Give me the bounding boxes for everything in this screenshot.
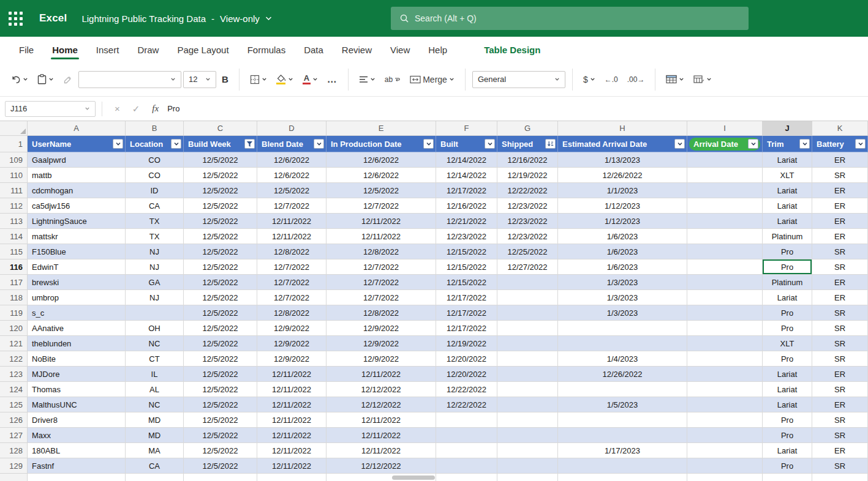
cell-B120[interactable]: OH <box>126 321 184 336</box>
cell-C114[interactable]: 12/5/2022 <box>184 229 257 244</box>
cell-I114[interactable] <box>687 229 763 244</box>
filter-applied-button-build-week[interactable] <box>244 139 255 149</box>
row-header-113[interactable]: 113 <box>0 214 28 229</box>
wrap-text-button[interactable]: ab <box>381 70 404 89</box>
cell-H115[interactable]: 1/6/2023 <box>558 244 687 259</box>
column-header-I[interactable]: I <box>687 121 763 136</box>
cell-G116[interactable]: 12/27/2022 <box>497 259 558 275</box>
cell-G112[interactable]: 12/23/2022 <box>497 198 558 214</box>
cell-F126[interactable] <box>436 412 497 428</box>
cell-A109[interactable]: Gaalpwrd <box>28 152 126 168</box>
cell-B122[interactable]: CT <box>126 351 184 367</box>
row-header-119[interactable]: 119 <box>0 305 28 321</box>
cell-E125[interactable]: 12/12/2022 <box>326 397 436 412</box>
table-header-in-production-date[interactable]: In Production Date <box>326 136 436 152</box>
cell-C124[interactable]: 12/5/2022 <box>184 382 257 397</box>
cell-F116[interactable]: 12/15/2022 <box>436 259 497 275</box>
paste-button[interactable] <box>34 70 58 89</box>
cell-D129[interactable]: 12/11/2022 <box>257 458 326 474</box>
cell-E129[interactable]: 12/12/2022 <box>326 458 436 474</box>
document-title[interactable]: Lightning Public Tracking Data <box>81 13 206 24</box>
cell-G128[interactable] <box>497 443 558 458</box>
filter-dropdown-button-built[interactable] <box>485 139 495 149</box>
cell-I118[interactable] <box>687 290 763 305</box>
cell-D123[interactable]: 12/11/2022 <box>257 367 326 382</box>
cell-G111[interactable]: 12/22/2022 <box>497 183 558 198</box>
row-header-123[interactable]: 123 <box>0 367 28 382</box>
cell-J129[interactable]: Pro <box>763 458 812 474</box>
cell-C126[interactable]: 12/5/2022 <box>184 412 257 428</box>
cell-J-partial[interactable] <box>763 474 812 481</box>
table-header-username[interactable]: UserName <box>28 136 126 152</box>
cell-J114[interactable]: Platinum <box>763 229 812 244</box>
cell-J118[interactable]: Lariat <box>763 290 812 305</box>
cell-F111[interactable]: 12/17/2022 <box>436 183 497 198</box>
tab-insert[interactable]: Insert <box>87 37 129 62</box>
cell-J126[interactable]: Pro <box>763 412 812 428</box>
cell-D117[interactable]: 12/7/2022 <box>257 275 326 290</box>
row-header-121[interactable]: 121 <box>0 336 28 351</box>
cell-H123[interactable]: 12/26/2022 <box>558 367 687 382</box>
row-header-115[interactable]: 115 <box>0 244 28 259</box>
cell-G109[interactable]: 12/16/2022 <box>497 152 558 168</box>
cell-J119[interactable]: Pro <box>763 305 812 321</box>
cell-D125[interactable]: 12/11/2022 <box>257 397 326 412</box>
cell-F120[interactable]: 12/17/2022 <box>436 321 497 336</box>
cell-I112[interactable] <box>687 198 763 214</box>
cell-I109[interactable] <box>687 152 763 168</box>
cell-D113[interactable]: 12/11/2022 <box>257 214 326 229</box>
cell-K109[interactable]: ER <box>812 152 868 168</box>
table-header-battery[interactable]: Battery <box>812 136 868 152</box>
row-header-118[interactable]: 118 <box>0 290 28 305</box>
cell-B111[interactable]: ID <box>126 183 184 198</box>
font-color-button[interactable]: A <box>299 70 322 89</box>
table-header-shipped[interactable]: Shipped <box>497 136 558 152</box>
column-header-J[interactable]: J <box>763 121 812 136</box>
cell-A125[interactable]: MalthusUNC <box>28 397 126 412</box>
cell-B124[interactable]: AL <box>126 382 184 397</box>
cell-C-partial[interactable] <box>184 474 257 481</box>
cell-A-partial[interactable] <box>28 474 126 481</box>
cell-D121[interactable]: 12/9/2022 <box>257 336 326 351</box>
view-mode-label[interactable]: View-only <box>220 13 260 24</box>
app-launcher-icon[interactable] <box>0 0 31 37</box>
cell-I126[interactable] <box>687 412 763 428</box>
row-header-120[interactable]: 120 <box>0 321 28 336</box>
cell-F119[interactable]: 12/17/2022 <box>436 305 497 321</box>
filter-dropdown-button-trim[interactable] <box>799 139 810 149</box>
cell-B-partial[interactable] <box>126 474 184 481</box>
cell-J112[interactable]: Lariat <box>763 198 812 214</box>
cell-B113[interactable]: TX <box>126 214 184 229</box>
cell-B119[interactable] <box>126 305 184 321</box>
cell-C117[interactable]: 12/5/2022 <box>184 275 257 290</box>
cell-D128[interactable]: 12/11/2022 <box>257 443 326 458</box>
cell-F124[interactable]: 12/22/2022 <box>436 382 497 397</box>
cell-J117[interactable]: Platinum <box>763 275 812 290</box>
row-header-1[interactable]: 1 <box>0 136 28 152</box>
cell-J110[interactable]: XLT <box>763 168 812 183</box>
cell-D120[interactable]: 12/9/2022 <box>257 321 326 336</box>
cell-B125[interactable]: NC <box>126 397 184 412</box>
cell-H-partial[interactable] <box>558 474 687 481</box>
cell-H126[interactable] <box>558 412 687 428</box>
cell-G118[interactable] <box>497 290 558 305</box>
cell-H129[interactable] <box>558 458 687 474</box>
cell-K117[interactable]: ER <box>812 275 868 290</box>
cell-A114[interactable]: mattskr <box>28 229 126 244</box>
cell-J120[interactable]: Pro <box>763 321 812 336</box>
row-header-129[interactable]: 129 <box>0 458 28 474</box>
cell-B129[interactable]: CA <box>126 458 184 474</box>
cell-J111[interactable]: Lariat <box>763 183 812 198</box>
row-header-116[interactable]: 116 <box>0 259 28 275</box>
formula-content[interactable]: Pro <box>167 104 179 113</box>
cell-F-partial[interactable] <box>436 474 497 481</box>
cell-A129[interactable]: Fastnf <box>28 458 126 474</box>
cell-I119[interactable] <box>687 305 763 321</box>
cell-J123[interactable]: Lariat <box>763 367 812 382</box>
cell-J128[interactable]: Lariat <box>763 443 812 458</box>
cell-G115[interactable]: 12/25/2022 <box>497 244 558 259</box>
row-header-partial[interactable] <box>0 474 28 481</box>
cell-C127[interactable]: 12/5/2022 <box>184 428 257 443</box>
cell-I117[interactable] <box>687 275 763 290</box>
cell-A119[interactable]: s_c <box>28 305 126 321</box>
